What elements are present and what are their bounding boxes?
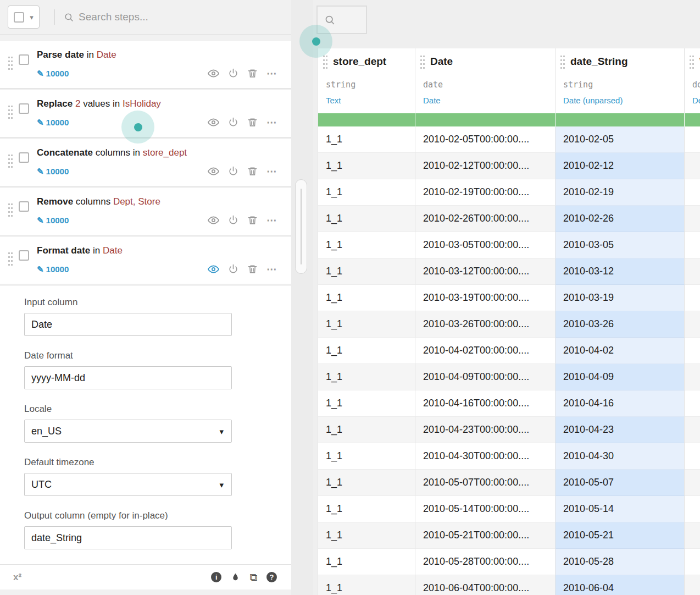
table-cell[interactable]: 1_1 — [318, 364, 415, 390]
table-cell[interactable]: 2010-03-26T00:00:00.... — [415, 311, 555, 338]
table-cell[interactable]: 2010-04-09 — [555, 364, 685, 390]
power-icon[interactable] — [228, 117, 238, 128]
table-cell[interactable]: 2010-03-19 — [555, 285, 685, 311]
step-checkbox[interactable] — [19, 250, 29, 261]
drag-handle-icon[interactable] — [8, 104, 13, 119]
table-cell[interactable]: 2010-02-19T00:00:00.... — [415, 179, 555, 206]
table-cell[interactable]: 1_1 — [318, 311, 415, 338]
table-cell[interactable]: 2010-03-05 — [555, 232, 685, 258]
table-cell[interactable] — [685, 575, 700, 595]
table-cell[interactable]: 2010-04-30 — [555, 443, 685, 470]
input-output-column-empty-for-in-place[interactable] — [24, 526, 232, 549]
table-cell[interactable]: 1_1 — [318, 390, 415, 417]
step-checkbox[interactable] — [19, 201, 29, 212]
table-cell[interactable]: 2010-04-23 — [555, 417, 685, 443]
search-steps-input[interactable] — [79, 11, 260, 23]
table-cell[interactable] — [685, 126, 700, 153]
tutorial-marker[interactable] — [121, 111, 154, 144]
table-cell[interactable]: 1_1 — [318, 417, 415, 443]
column-header[interactable]: date_String — [555, 48, 685, 75]
column-header[interactable]: W — [685, 48, 700, 75]
drag-handle-icon[interactable] — [8, 56, 13, 70]
table-cell[interactable]: 2010-04-02 — [555, 338, 685, 364]
table-cell[interactable]: 2010-02-05 — [555, 126, 685, 153]
column-header[interactable]: Date — [415, 48, 555, 75]
step-card[interactable]: Format date in Date✎10000⋯ — [0, 237, 291, 284]
validity-gauge[interactable] — [555, 113, 685, 126]
power-icon[interactable] — [228, 166, 238, 177]
table-cell[interactable]: 1_1 — [318, 549, 415, 575]
table-cell[interactable]: 2010-03-05T00:00:00.... — [415, 232, 555, 258]
table-cell[interactable]: 1_1 — [318, 153, 415, 179]
table-cell[interactable]: 1_1 — [318, 470, 415, 496]
info-icon[interactable]: i — [211, 572, 221, 582]
table-cell[interactable]: 2010-03-19T00:00:00.... — [415, 285, 555, 311]
table-cell[interactable]: 2010-04-23T00:00:00.... — [415, 417, 555, 443]
table-cell[interactable] — [685, 232, 700, 258]
table-cell[interactable]: 1_1 — [318, 285, 415, 311]
more-options-icon[interactable]: ⋯ — [266, 217, 277, 223]
column-header[interactable]: store_dept — [318, 48, 415, 75]
column-meaning[interactable]: De — [685, 95, 700, 113]
more-options-icon[interactable]: ⋯ — [266, 70, 277, 76]
table-cell[interactable] — [685, 417, 700, 443]
table-cell[interactable]: 2010-04-02T00:00:00.... — [415, 338, 555, 364]
validity-gauge[interactable] — [318, 113, 415, 126]
table-cell[interactable]: 2010-02-12T00:00:00.... — [415, 153, 555, 179]
validity-gauge[interactable] — [685, 113, 700, 126]
table-cell[interactable] — [685, 338, 700, 364]
power-icon[interactable] — [228, 264, 238, 274]
table-cell[interactable]: 2010-05-28 — [555, 549, 685, 575]
more-options-icon[interactable]: ⋯ — [266, 266, 277, 272]
trash-icon[interactable] — [247, 264, 258, 274]
drag-handle-icon[interactable] — [8, 202, 13, 217]
eye-icon[interactable] — [208, 68, 219, 79]
select-all-control[interactable]: ▾ — [8, 5, 40, 29]
table-cell[interactable] — [685, 311, 700, 338]
column-meaning[interactable]: Date (unparsed) — [555, 95, 685, 113]
trash-icon[interactable] — [247, 215, 258, 225]
table-cell[interactable]: 2010-03-12 — [555, 258, 685, 285]
table-cell[interactable] — [685, 522, 700, 549]
column-meaning[interactable]: Date — [415, 95, 555, 113]
input-input-column[interactable] — [24, 313, 232, 336]
table-cell[interactable] — [685, 390, 700, 417]
trash-icon[interactable] — [247, 68, 258, 79]
drag-handle-icon[interactable] — [8, 153, 13, 168]
step-card[interactable]: Remove columns Dept, Store✎10000⋯ — [0, 188, 291, 235]
table-cell[interactable]: 2010-03-26 — [555, 311, 685, 338]
table-cell[interactable]: 1_1 — [318, 206, 415, 232]
drag-handle-icon[interactable] — [560, 54, 565, 69]
panel-collapse-handle[interactable] — [295, 179, 307, 274]
more-options-icon[interactable]: ⋯ — [266, 168, 277, 174]
table-cell[interactable] — [685, 153, 700, 179]
table-cell[interactable]: 2010-04-09T00:00:00.... — [415, 364, 555, 390]
step-checkbox[interactable] — [19, 103, 29, 114]
eye-icon[interactable] — [208, 263, 219, 275]
table-cell[interactable]: 2010-05-21T00:00:00.... — [415, 522, 555, 549]
table-cell[interactable] — [685, 206, 700, 232]
step-card[interactable]: Parse date in Date✎10000⋯ — [0, 41, 291, 89]
step-checkbox[interactable] — [19, 152, 29, 163]
drag-handle-icon[interactable] — [8, 251, 13, 266]
table-cell[interactable]: 2010-04-30T00:00:00.... — [415, 443, 555, 470]
copy-icon[interactable]: ⧉ — [249, 571, 257, 583]
validity-gauge[interactable] — [415, 113, 555, 126]
power-icon[interactable] — [228, 215, 238, 225]
table-cell[interactable]: 2010-02-05T00:00:00.... — [415, 126, 555, 153]
table-cell[interactable] — [685, 470, 700, 496]
droplet-icon[interactable] — [231, 572, 240, 582]
trash-icon[interactable] — [247, 117, 258, 128]
select-default-timezone[interactable]: UTC▾ — [24, 473, 232, 496]
drag-handle-icon[interactable] — [420, 54, 425, 69]
more-options-icon[interactable]: ⋯ — [266, 119, 277, 125]
table-cell[interactable]: 2010-05-07 — [555, 470, 685, 496]
table-cell[interactable]: 1_1 — [318, 179, 415, 206]
table-cell[interactable]: 1_1 — [318, 258, 415, 285]
step-card[interactable]: Concatenate columns in store_dept✎10000⋯ — [0, 139, 291, 186]
formula-button[interactable]: x² — [13, 572, 21, 583]
table-cell[interactable]: 1_1 — [318, 126, 415, 153]
table-cell[interactable]: 2010-02-19 — [555, 179, 685, 206]
table-cell[interactable] — [685, 258, 700, 285]
table-cell[interactable]: 2010-02-26T00:00:00.... — [415, 206, 555, 232]
